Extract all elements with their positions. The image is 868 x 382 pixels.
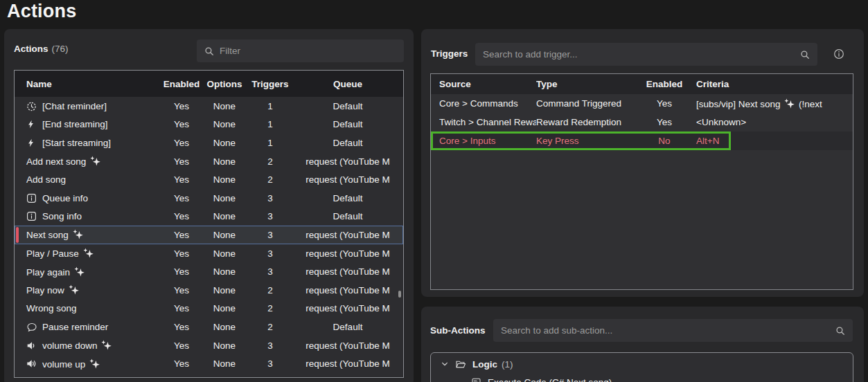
search-icon [204,46,214,56]
action-name: Pause reminder [42,322,108,332]
action-name-cell: Play again [15,266,162,278]
action-row[interactable]: [Start streaming]YesNone1Default [15,134,403,152]
action-queue: Default [292,193,403,203]
action-name: [Chat reminder] [42,101,107,111]
action-triggers: 1 [248,119,292,129]
trigger-enabled: Yes [638,98,691,109]
trigger-row[interactable]: Core > CommandsCommand TriggeredYes[subs… [431,94,853,113]
col-enabled[interactable]: Enabled [638,79,691,89]
action-row[interactable]: Next song YesNone3request (YouTube M [15,226,403,244]
action-options: None [201,322,248,332]
action-triggers: 2 [248,156,292,167]
action-queue: request (YouTube M [292,174,403,185]
subaction-label: Execute Code (C# Next song) [488,377,612,382]
info-icon [26,192,38,203]
action-name: Play now [26,284,80,295]
action-enabled: Yes [162,285,201,295]
actions-panel: Actions(76) Name Enabled Options Trigger… [4,29,414,382]
action-options: None [201,211,248,221]
col-source[interactable]: Source [431,79,536,89]
action-name-cell: Add song [15,174,162,185]
action-enabled: Yes [162,266,201,277]
actions-panel-title: Actions(76) [14,44,69,54]
action-name: Add song [26,174,66,185]
action-name: Play / Pause [26,248,95,259]
scrollbar-thumb[interactable] [398,291,401,298]
action-triggers: 2 [248,303,292,313]
col-type[interactable]: Type [536,79,638,89]
subactions-tree: Logic (1) Execute Code (C# Next song) [430,352,853,382]
action-row[interactable]: [End streaming]YesNone1Default [15,116,403,134]
col-criteria[interactable]: Criteria [691,79,853,89]
triggers-panel-title: Triggers [431,48,468,59]
action-row[interactable]: Song infoYesNone3Default [15,208,403,226]
action-queue: request (YouTube M [292,230,403,240]
col-options[interactable]: Options [201,79,248,89]
action-triggers: 3 [248,211,292,221]
action-enabled: Yes [162,101,201,111]
trigger-type: Key Press [536,136,638,146]
action-name-cell: Song info [15,211,162,222]
col-enabled[interactable]: Enabled [162,79,201,89]
action-options: None [201,285,248,295]
trigger-search-input[interactable] [483,49,795,60]
action-options: None [201,303,248,313]
action-queue: request (YouTube M [292,303,403,313]
sparkles-icon [89,358,100,369]
sparkles-icon [784,98,795,109]
action-queue: Default [292,211,403,221]
action-enabled: Yes [162,230,201,240]
col-triggers[interactable]: Triggers [248,79,292,89]
speaker-high-icon [26,358,38,370]
trigger-row[interactable]: Core > InputsKey PressNoAlt+N [431,131,853,150]
triggers-table: Source Type Enabled Criteria Core > Comm… [430,73,853,290]
action-enabled: Yes [162,156,201,167]
action-queue: request (YouTube M [292,156,403,167]
action-enabled: Yes [162,138,201,148]
action-queue: Default [292,138,403,148]
action-row[interactable]: Play again YesNone3request (YouTube M [15,262,403,281]
actions-count: (76) [52,44,69,54]
action-options: None [201,266,248,277]
action-row[interactable]: Wrong songYesNone2request (YouTube M [15,300,403,318]
action-name-cell: [End streaming] [15,119,162,130]
action-row[interactable]: Add songYesNone2request (YouTube M [15,170,403,189]
action-row[interactable]: volume up YesNone3request (YouTube M [15,354,403,373]
action-row[interactable]: Play now YesNone2request (YouTube M [15,281,403,300]
action-row[interactable]: Add next song YesNone2request (YouTube M [15,152,403,171]
action-enabled: Yes [162,340,201,351]
action-options: None [201,193,248,203]
action-row[interactable]: Pause reminderYesNone2Default [15,318,403,336]
action-name-cell: Next song [15,229,162,240]
subaction-item-execute-code[interactable]: Execute Code (C# Next song) [431,373,853,382]
subaction-search-input[interactable] [501,325,830,336]
action-name: [Start streaming] [42,138,111,148]
search-icon [835,326,845,336]
trigger-row[interactable]: Twitch > Channel RewaReward RedemptionYe… [431,113,853,131]
sparkles-icon [69,284,79,295]
triggers-panel: Triggers Source Type Enabled Criteria Co… [421,29,864,297]
action-name-cell: volume down [15,340,162,351]
action-row[interactable]: volume down YesNone3request (YouTube M [15,336,403,355]
subaction-group-logic[interactable]: Logic (1) [431,355,853,373]
action-enabled: Yes [162,322,201,332]
action-row[interactable]: Play / Pause YesNone3request (YouTube M [15,244,403,263]
action-triggers: 3 [248,340,292,351]
trigger-source: Core > Commands [431,98,536,109]
action-name: volume up [42,358,101,370]
subactions-panel-title: Sub-Actions [430,325,486,336]
chevron-down-icon[interactable] [441,360,449,368]
info-circle-icon[interactable] [833,48,844,60]
action-row[interactable]: [Chat reminder]YesNone1Default [15,97,403,116]
filter-input[interactable] [220,46,396,56]
col-queue[interactable]: Queue [292,79,403,89]
col-name[interactable]: Name [15,79,162,89]
action-enabled: Yes [162,119,201,129]
bolt-icon [26,137,38,148]
action-queue: request (YouTube M [292,340,403,351]
actions-window: Actions Actions(76) Name Enabled Options… [0,0,868,382]
action-queue: request (YouTube M [292,248,403,259]
action-name: volume down [42,340,113,351]
action-row[interactable]: Queue infoYesNone3Default [15,189,403,208]
action-name: Add next song [26,156,102,167]
